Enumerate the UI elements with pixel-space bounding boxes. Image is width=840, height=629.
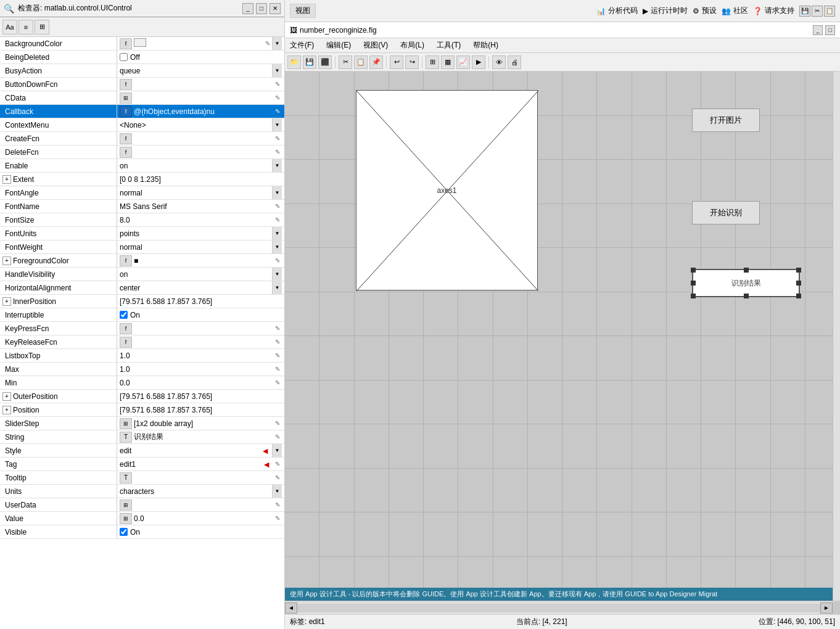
grid-cell — [736, 512, 770, 557]
prop-edit-sliderstep[interactable]: ✎ — [273, 419, 282, 428]
expand-icon-position[interactable]: + — [2, 406, 11, 414]
start-recognize-button[interactable]: 开始识别 — [692, 201, 760, 224]
prop-icon-keyreleasefcn[interactable]: f — [120, 337, 132, 348]
sort-category-button[interactable]: ≡ — [19, 20, 33, 35]
tb-view[interactable]: 👁 — [492, 56, 506, 69]
tb-undo[interactable]: ↩ — [390, 56, 403, 69]
tb-open[interactable]: 📁 — [287, 56, 301, 69]
grid-cell — [319, 72, 354, 116]
tab-view[interactable]: 视图 — [290, 4, 316, 18]
prop-edit-keypressfcn[interactable]: ✎ — [273, 324, 282, 333]
prop-edit-value[interactable]: ✎ — [273, 514, 282, 523]
v-scrollbar[interactable] — [833, 72, 840, 601]
prop-edit-buttondownfcn[interactable]: ✎ — [273, 80, 282, 89]
tb-stop[interactable]: ⬛ — [318, 56, 332, 69]
prop-edit-fontname[interactable]: ✎ — [273, 202, 282, 211]
close-button[interactable]: ✕ — [270, 3, 281, 14]
prop-edit-tag[interactable]: ✎ — [273, 460, 282, 469]
cut-button-right[interactable]: ✂ — [812, 6, 823, 17]
prop-edit-callback[interactable]: ✎ — [273, 107, 282, 116]
copy-button-right[interactable]: 📋 — [824, 6, 835, 17]
checkbox-input-beingdeleted[interactable] — [120, 53, 128, 61]
menu-help[interactable]: 帮助(H) — [471, 40, 501, 51]
scroll-left[interactable]: ◄ — [285, 602, 297, 614]
scroll-right[interactable]: ► — [820, 602, 833, 614]
minimize-button[interactable]: _ — [242, 3, 253, 14]
prop-dropdown-fontunits[interactable]: ▼ — [272, 227, 282, 240]
prop-edit-backgroundcolor[interactable]: ✎ — [263, 39, 272, 48]
prop-icon-backgroundcolor[interactable]: f — [120, 38, 132, 49]
checkbox-input-interruptible[interactable] — [120, 311, 128, 319]
checkbox-input-visible[interactable] — [120, 528, 128, 536]
prop-icon-deletefcn[interactable]: f — [120, 147, 132, 158]
tb-print[interactable]: 🖨 — [508, 56, 521, 69]
prop-icon-cdata[interactable]: ⊞ — [120, 92, 132, 104]
figure-minimize-btn[interactable]: _ — [813, 25, 823, 35]
btn-settings[interactable]: ⚙ 预设 — [693, 6, 717, 16]
prop-dropdown-fontweight[interactable]: ▼ — [272, 240, 282, 253]
prop-dropdown-enable[interactable]: ▼ — [272, 159, 282, 172]
prop-icon-value[interactable]: ⊞ — [120, 513, 132, 524]
expand-icon-foregroundcolor[interactable]: + — [2, 257, 11, 265]
prop-edit-createfcn[interactable]: ✎ — [273, 134, 282, 143]
prop-edit-listboxtop[interactable]: ✎ — [273, 352, 282, 360]
prop-icon-sliderstep[interactable]: ⊞ — [120, 418, 132, 429]
prop-icon-userdata[interactable]: ⊞ — [120, 500, 132, 511]
tb-align[interactable]: ⊞ — [426, 56, 439, 69]
prop-icon-tooltip[interactable]: T — [120, 472, 132, 483]
menu-edit[interactable]: 编辑(E) — [324, 40, 353, 51]
menu-layout[interactable]: 布局(L) — [398, 40, 427, 51]
btn-analyze-code[interactable]: 📊 分析代码 — [596, 6, 638, 16]
menu-tools[interactable]: 工具(T) — [434, 40, 463, 51]
prop-dropdown-busyaction[interactable]: ▼ — [272, 64, 282, 77]
prop-edit-deletefcn[interactable]: ✎ — [273, 148, 282, 157]
sort-alpha-button[interactable]: Aa — [2, 20, 17, 35]
prop-icon-createfcn[interactable]: f — [120, 133, 132, 144]
prop-dropdown-horizontalalignment[interactable]: ▼ — [272, 281, 282, 294]
prop-edit-cdata[interactable]: ✎ — [273, 94, 282, 102]
expand-icon-extent[interactable]: + — [2, 175, 11, 184]
menu-file[interactable]: 文件(F) — [287, 40, 316, 51]
prop-dropdown-fontangle[interactable]: ▼ — [272, 186, 282, 199]
prop-dropdown-style[interactable]: ▼ — [272, 444, 282, 457]
prop-edit-string[interactable]: ✎ — [273, 433, 282, 442]
tb-grid[interactable]: ▦ — [441, 56, 455, 69]
h-scrollbar[interactable]: ◄ ► — [285, 601, 833, 614]
figure-maximize-btn[interactable]: □ — [825, 25, 835, 35]
tb-save[interactable]: 💾 — [303, 56, 316, 69]
expand-all-button[interactable]: ⊞ — [35, 20, 49, 35]
prop-dropdown-backgroundcolor[interactable]: ▼ — [272, 37, 282, 50]
prop-dropdown-units[interactable]: ▼ — [272, 485, 282, 498]
expand-icon-outerposition[interactable]: + — [2, 392, 11, 401]
open-image-button[interactable]: 打开图片 — [692, 109, 760, 132]
tb-cut[interactable]: ✂ — [339, 56, 352, 69]
tb-paste[interactable]: 📌 — [369, 56, 383, 69]
prop-row-max: Max 1.0 ✎ — [0, 363, 284, 376]
prop-edit-userdata[interactable]: ✎ — [273, 501, 282, 509]
save-button-right[interactable]: 💾 — [799, 6, 810, 17]
prop-edit-tooltip[interactable]: ✎ — [273, 474, 282, 482]
prop-dropdown-contextmenu[interactable]: ▼ — [272, 118, 282, 131]
btn-community[interactable]: 👥 社区 — [722, 6, 748, 16]
prop-dropdown-handlevisibility[interactable]: ▼ — [272, 268, 282, 281]
tb-chart[interactable]: 📈 — [456, 56, 470, 69]
menu-view[interactable]: 视图(V) — [361, 40, 390, 51]
prop-edit-keyreleasefcn[interactable]: ✎ — [273, 338, 282, 347]
prop-icon-foregroundcolor[interactable]: f — [120, 255, 132, 266]
tb-redo[interactable]: ↪ — [405, 56, 419, 69]
prop-edit-min[interactable]: ✎ — [273, 379, 282, 387]
result-edit-box[interactable]: 识别结果 — [692, 269, 800, 297]
btn-support[interactable]: ❓ 请求支持 — [753, 6, 794, 16]
prop-icon-buttondownfcn[interactable]: f — [120, 79, 132, 90]
prop-edit-fontsize[interactable]: ✎ — [273, 216, 282, 224]
tb-run[interactable]: ▶ — [472, 56, 485, 69]
maximize-button[interactable]: □ — [256, 3, 267, 14]
prop-icon-callback[interactable]: f — [120, 106, 132, 117]
btn-run-timer[interactable]: ▶ 运行计时时 — [643, 6, 688, 16]
prop-icon-keypressfcn[interactable]: f — [120, 323, 132, 334]
prop-edit-max[interactable]: ✎ — [273, 365, 282, 374]
prop-icon-string[interactable]: T — [120, 432, 132, 443]
expand-icon-innerposition[interactable]: + — [2, 297, 11, 306]
prop-edit-foregroundcolor[interactable]: ✎ — [273, 257, 282, 265]
tb-copy[interactable]: 📋 — [354, 56, 368, 69]
